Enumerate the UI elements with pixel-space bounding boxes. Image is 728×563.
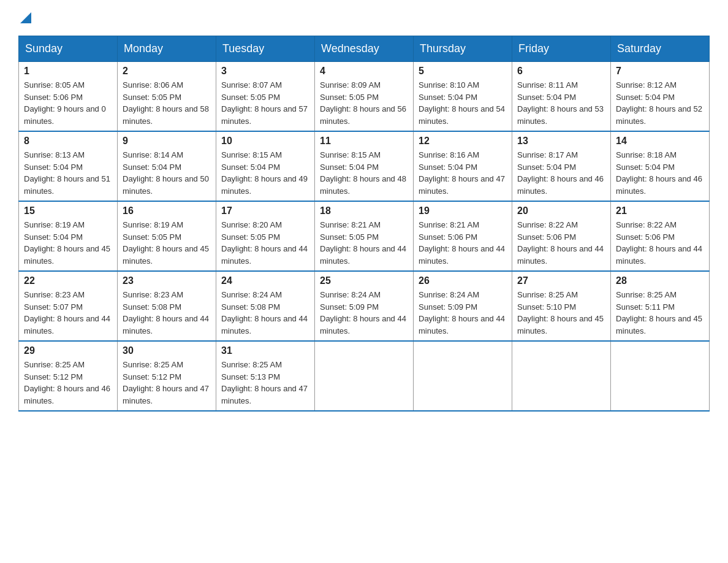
day-number: 13	[517, 136, 605, 147]
page-header	[18, 12, 710, 23]
day-number: 16	[123, 205, 211, 216]
calendar-day-cell: 11Sunrise: 8:15 AMSunset: 5:04 PMDayligh…	[315, 131, 414, 201]
day-info: Sunrise: 8:17 AMSunset: 5:04 PMDaylight:…	[517, 149, 605, 197]
calendar-day-cell: 1Sunrise: 8:05 AMSunset: 5:06 PMDaylight…	[19, 62, 118, 132]
calendar-day-cell: 31Sunrise: 8:25 AMSunset: 5:13 PMDayligh…	[216, 341, 315, 411]
calendar-day-cell: 26Sunrise: 8:24 AMSunset: 5:09 PMDayligh…	[414, 271, 512, 341]
calendar-day-cell: 23Sunrise: 8:23 AMSunset: 5:08 PMDayligh…	[118, 271, 216, 341]
day-number: 7	[616, 66, 704, 77]
day-number: 23	[123, 275, 211, 286]
day-number: 25	[320, 275, 408, 286]
day-info: Sunrise: 8:21 AMSunset: 5:06 PMDaylight:…	[419, 219, 507, 267]
calendar-day-cell: 22Sunrise: 8:23 AMSunset: 5:07 PMDayligh…	[19, 271, 118, 341]
day-info: Sunrise: 8:19 AMSunset: 5:04 PMDaylight:…	[24, 219, 112, 267]
day-number: 6	[517, 66, 605, 77]
calendar-day-cell: 20Sunrise: 8:22 AMSunset: 5:06 PMDayligh…	[512, 201, 611, 271]
calendar-day-cell	[315, 341, 414, 411]
day-info: Sunrise: 8:25 AMSunset: 5:13 PMDaylight:…	[221, 359, 309, 407]
calendar-day-cell: 16Sunrise: 8:19 AMSunset: 5:05 PMDayligh…	[118, 201, 216, 271]
calendar-day-cell: 7Sunrise: 8:12 AMSunset: 5:04 PMDaylight…	[611, 62, 710, 132]
calendar-day-cell	[414, 341, 512, 411]
day-number: 3	[221, 66, 309, 77]
day-info: Sunrise: 8:24 AMSunset: 5:09 PMDaylight:…	[419, 289, 507, 337]
day-info: Sunrise: 8:23 AMSunset: 5:07 PMDaylight:…	[24, 289, 112, 337]
day-info: Sunrise: 8:21 AMSunset: 5:05 PMDaylight:…	[320, 219, 408, 267]
calendar-day-cell: 25Sunrise: 8:24 AMSunset: 5:09 PMDayligh…	[315, 271, 414, 341]
calendar-week-row: 29Sunrise: 8:25 AMSunset: 5:12 PMDayligh…	[19, 341, 710, 411]
calendar-day-cell	[611, 341, 710, 411]
day-number: 5	[419, 66, 507, 77]
calendar-day-cell: 14Sunrise: 8:18 AMSunset: 5:04 PMDayligh…	[611, 131, 710, 201]
day-info: Sunrise: 8:16 AMSunset: 5:04 PMDaylight:…	[419, 149, 507, 197]
day-info: Sunrise: 8:13 AMSunset: 5:04 PMDaylight:…	[24, 149, 112, 197]
calendar-day-cell	[512, 341, 611, 411]
day-of-week-header: Saturday	[611, 36, 710, 62]
day-number: 12	[419, 136, 507, 147]
calendar-day-cell: 5Sunrise: 8:10 AMSunset: 5:04 PMDaylight…	[414, 62, 512, 132]
calendar-day-cell: 28Sunrise: 8:25 AMSunset: 5:11 PMDayligh…	[611, 271, 710, 341]
day-info: Sunrise: 8:09 AMSunset: 5:05 PMDaylight:…	[320, 79, 408, 127]
calendar-day-cell: 15Sunrise: 8:19 AMSunset: 5:04 PMDayligh…	[19, 201, 118, 271]
day-number: 28	[616, 275, 704, 286]
day-number: 20	[517, 205, 605, 216]
calendar-day-cell: 21Sunrise: 8:22 AMSunset: 5:06 PMDayligh…	[611, 201, 710, 271]
day-info: Sunrise: 8:22 AMSunset: 5:06 PMDaylight:…	[616, 219, 704, 267]
calendar-day-cell: 19Sunrise: 8:21 AMSunset: 5:06 PMDayligh…	[414, 201, 512, 271]
day-info: Sunrise: 8:22 AMSunset: 5:06 PMDaylight:…	[517, 219, 605, 267]
day-number: 22	[24, 275, 112, 286]
calendar-week-row: 1Sunrise: 8:05 AMSunset: 5:06 PMDaylight…	[19, 62, 710, 132]
day-of-week-header: Friday	[512, 36, 611, 62]
calendar-day-cell: 29Sunrise: 8:25 AMSunset: 5:12 PMDayligh…	[19, 341, 118, 411]
day-info: Sunrise: 8:24 AMSunset: 5:08 PMDaylight:…	[221, 289, 309, 337]
day-info: Sunrise: 8:06 AMSunset: 5:05 PMDaylight:…	[123, 79, 211, 127]
day-info: Sunrise: 8:18 AMSunset: 5:04 PMDaylight:…	[616, 149, 704, 197]
day-info: Sunrise: 8:19 AMSunset: 5:05 PMDaylight:…	[123, 219, 211, 267]
day-info: Sunrise: 8:23 AMSunset: 5:08 PMDaylight:…	[123, 289, 211, 337]
day-number: 11	[320, 136, 408, 147]
day-info: Sunrise: 8:25 AMSunset: 5:10 PMDaylight:…	[517, 289, 605, 337]
day-number: 24	[221, 275, 309, 286]
day-info: Sunrise: 8:15 AMSunset: 5:04 PMDaylight:…	[320, 149, 408, 197]
calendar-day-cell: 2Sunrise: 8:06 AMSunset: 5:05 PMDaylight…	[118, 62, 216, 132]
day-of-week-header: Sunday	[19, 36, 118, 62]
calendar-day-cell: 10Sunrise: 8:15 AMSunset: 5:04 PMDayligh…	[216, 131, 315, 201]
day-number: 1	[24, 66, 112, 77]
day-number: 27	[517, 275, 605, 286]
day-info: Sunrise: 8:10 AMSunset: 5:04 PMDaylight:…	[419, 79, 507, 127]
calendar-week-row: 8Sunrise: 8:13 AMSunset: 5:04 PMDaylight…	[19, 131, 710, 201]
day-number: 2	[123, 66, 211, 77]
day-info: Sunrise: 8:25 AMSunset: 5:12 PMDaylight:…	[24, 359, 112, 407]
day-number: 26	[419, 275, 507, 286]
day-info: Sunrise: 8:12 AMSunset: 5:04 PMDaylight:…	[616, 79, 704, 127]
calendar-day-cell: 30Sunrise: 8:25 AMSunset: 5:12 PMDayligh…	[118, 341, 216, 411]
day-of-week-header: Monday	[118, 36, 216, 62]
logo-triangle-icon	[20, 12, 31, 23]
calendar-day-cell: 12Sunrise: 8:16 AMSunset: 5:04 PMDayligh…	[414, 131, 512, 201]
day-of-week-header: Wednesday	[315, 36, 414, 62]
day-number: 14	[616, 136, 704, 147]
calendar-week-row: 22Sunrise: 8:23 AMSunset: 5:07 PMDayligh…	[19, 271, 710, 341]
calendar-day-cell: 27Sunrise: 8:25 AMSunset: 5:10 PMDayligh…	[512, 271, 611, 341]
day-number: 4	[320, 66, 408, 77]
calendar-week-row: 15Sunrise: 8:19 AMSunset: 5:04 PMDayligh…	[19, 201, 710, 271]
day-number: 21	[616, 205, 704, 216]
day-number: 8	[24, 136, 112, 147]
day-info: Sunrise: 8:11 AMSunset: 5:04 PMDaylight:…	[517, 79, 605, 127]
calendar-table: SundayMondayTuesdayWednesdayThursdayFrid…	[18, 36, 710, 412]
day-info: Sunrise: 8:25 AMSunset: 5:11 PMDaylight:…	[616, 289, 704, 337]
logo	[18, 12, 31, 23]
day-info: Sunrise: 8:14 AMSunset: 5:04 PMDaylight:…	[123, 149, 211, 197]
day-number: 30	[123, 345, 211, 356]
day-info: Sunrise: 8:24 AMSunset: 5:09 PMDaylight:…	[320, 289, 408, 337]
day-of-week-header: Tuesday	[216, 36, 315, 62]
day-info: Sunrise: 8:25 AMSunset: 5:12 PMDaylight:…	[123, 359, 211, 407]
day-of-week-header: Thursday	[414, 36, 512, 62]
day-number: 19	[419, 205, 507, 216]
day-number: 17	[221, 205, 309, 216]
calendar-day-cell: 4Sunrise: 8:09 AMSunset: 5:05 PMDaylight…	[315, 62, 414, 132]
day-info: Sunrise: 8:05 AMSunset: 5:06 PMDaylight:…	[24, 79, 112, 127]
day-number: 29	[24, 345, 112, 356]
day-info: Sunrise: 8:07 AMSunset: 5:05 PMDaylight:…	[221, 79, 309, 127]
day-info: Sunrise: 8:20 AMSunset: 5:05 PMDaylight:…	[221, 219, 309, 267]
calendar-day-cell: 3Sunrise: 8:07 AMSunset: 5:05 PMDaylight…	[216, 62, 315, 132]
